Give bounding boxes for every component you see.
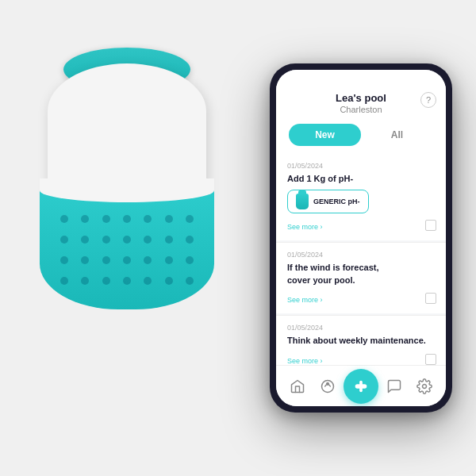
dot: [144, 215, 152, 223]
see-more-link[interactable]: See more: [287, 223, 323, 231]
svg-rect-3: [359, 380, 363, 392]
dot: [165, 256, 173, 264]
dot: [144, 256, 152, 264]
phone-screen: Lea's pool Charleston ? New All 01/05/20…: [276, 70, 446, 406]
status-bar: [276, 70, 446, 86]
dot: [123, 236, 131, 244]
dot: [186, 256, 194, 264]
tab-bar: New All: [276, 124, 446, 154]
dot: [60, 236, 68, 244]
notif-checkbox[interactable]: [425, 293, 436, 304]
bottom-nav: [276, 365, 446, 406]
dot: [144, 277, 152, 285]
device-body: [40, 40, 214, 309]
dot: [186, 236, 194, 244]
notification-item: 01/05/2024 Add 1 Kg of pH- GENERIC pH- S…: [276, 154, 446, 240]
dot: [102, 215, 110, 223]
notification-item: 01/05/2024 Think about weekly maintenanc…: [276, 316, 446, 365]
see-more-link[interactable]: See more: [287, 296, 323, 304]
nav-scan-button[interactable]: [344, 369, 378, 404]
dot: [60, 215, 68, 223]
help-button[interactable]: ?: [420, 92, 436, 108]
dot: [123, 215, 131, 223]
notif-date: 01/05/2024: [287, 162, 435, 170]
dot: [81, 256, 89, 264]
dot: [81, 236, 89, 244]
nav-home-button[interactable]: [283, 372, 312, 401]
app-header: Lea's pool Charleston ?: [276, 86, 446, 124]
dot: [102, 236, 110, 244]
notifications-list: 01/05/2024 Add 1 Kg of pH- GENERIC pH- S…: [276, 154, 446, 365]
dot: [123, 277, 131, 285]
pool-location: Charleston: [289, 105, 433, 114]
notif-checkbox[interactable]: [425, 354, 436, 365]
dots-grid: [52, 206, 202, 294]
product-icon: [296, 194, 309, 209]
notification-item: 01/05/2024 If the wind is forecast,cover…: [276, 243, 446, 313]
nav-settings-button[interactable]: [410, 372, 439, 401]
device-bottom: [40, 178, 214, 309]
dot: [165, 236, 173, 244]
notif-date: 01/05/2024: [287, 324, 435, 332]
dot: [144, 236, 152, 244]
nav-pool-button[interactable]: [313, 372, 342, 401]
dot: [81, 277, 89, 285]
notif-date: 01/05/2024: [287, 251, 435, 259]
scene: Lea's pool Charleston ? New All 01/05/20…: [0, 0, 476, 476]
dot: [81, 215, 89, 223]
phone: Lea's pool Charleston ? New All 01/05/20…: [270, 63, 452, 413]
svg-point-1: [327, 382, 329, 385]
dot: [102, 256, 110, 264]
tab-all[interactable]: All: [361, 124, 433, 146]
nav-chat-button[interactable]: [380, 372, 409, 401]
see-more-link[interactable]: See more: [287, 357, 323, 365]
dot: [60, 256, 68, 264]
notif-title: If the wind is forecast,cover your pool.: [287, 262, 435, 286]
dot: [60, 277, 68, 285]
pool-device: [24, 40, 230, 357]
product-label: GENERIC pH-: [313, 198, 360, 205]
phone-frame: Lea's pool Charleston ? New All 01/05/20…: [270, 63, 452, 413]
dot: [123, 256, 131, 264]
notif-title: Think about weekly maintenance.: [287, 335, 435, 347]
dot: [165, 215, 173, 223]
tab-new[interactable]: New: [289, 124, 361, 146]
notif-checkbox[interactable]: [425, 220, 436, 231]
pool-name: Lea's pool: [289, 92, 433, 104]
product-chip: GENERIC pH-: [287, 190, 369, 213]
dot: [186, 215, 194, 223]
dot: [102, 277, 110, 285]
dot: [186, 277, 194, 285]
dot: [165, 277, 173, 285]
notif-title: Add 1 Kg of pH-: [287, 173, 435, 185]
svg-point-4: [423, 384, 427, 388]
